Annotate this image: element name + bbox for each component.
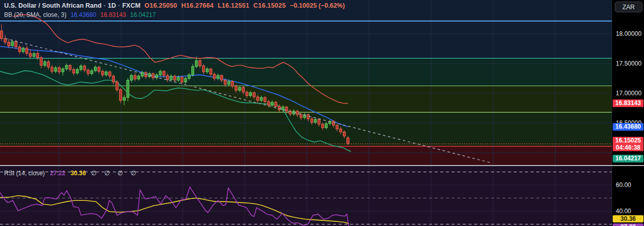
pane-separator[interactable] [0, 165, 644, 166]
candle-body [318, 119, 320, 124]
rsi-ma-line [0, 196, 349, 224]
candle-body [47, 62, 50, 67]
candle-body [195, 60, 198, 67]
candle-body [15, 42, 17, 47]
candle-body [217, 75, 220, 78]
candle-body [300, 115, 302, 118]
candle-body [228, 81, 230, 85]
candle-body [1, 31, 3, 38]
candle [4, 35, 7, 45]
candle-body [343, 132, 346, 136]
candle-body [267, 101, 270, 105]
candle-body [29, 53, 32, 56]
candle-body [202, 66, 205, 72]
candle-body [173, 76, 176, 80]
candle [11, 40, 14, 48]
candle-body [91, 71, 93, 74]
candle-body [213, 74, 216, 78]
candle-body [33, 53, 35, 56]
candle-body [249, 93, 252, 96]
main-chart-pane[interactable]: U.S. Dollar / South African Rand·1D·FXCM… [0, 0, 612, 165]
rsi-pane[interactable]: RSI (14, close)27.2230.36∅ ∅ ∅ ∅ [0, 166, 612, 226]
candle-body [206, 69, 209, 72]
price-badge: 16.04217 [613, 155, 643, 162]
price-badge: 16.83143 [613, 99, 643, 107]
candle-body [347, 138, 349, 144]
candle-body [163, 71, 165, 75]
candle-body [235, 86, 238, 90]
candle-body [40, 57, 43, 65]
candle-body [102, 71, 104, 75]
currency-toggle-button[interactable]: ZAR [615, 2, 642, 12]
candle-body [170, 76, 172, 79]
price-axis[interactable]: ZAR 18.0000017.5000017.0000016.5000060.0… [612, 0, 644, 226]
candle-body [333, 121, 335, 126]
candle-body [221, 75, 223, 80]
price-badge: 16.43680 [613, 123, 643, 131]
candle-body [83, 66, 86, 70]
candle-body [69, 66, 71, 70]
candle-body [271, 102, 274, 105]
change-value: −0.10025 (−0.62%) [290, 2, 345, 9]
candle-body [188, 75, 190, 78]
candle [33, 52, 35, 58]
rsi-tick: 40.00 [612, 208, 644, 215]
candle-body [130, 75, 133, 80]
price-zone-3 [0, 147, 612, 166]
candle-body [199, 60, 201, 66]
legend-separator: · [104, 2, 106, 9]
timeframe-label: 1D [108, 2, 116, 9]
candle-body [307, 115, 309, 119]
bb-lower-value: 16.04217 [130, 11, 156, 18]
candle-body [264, 97, 266, 101]
candle-body [105, 72, 108, 75]
candle-body [257, 97, 259, 100]
candle-body [325, 124, 328, 128]
candle-body [65, 66, 68, 69]
candle-body [22, 48, 25, 52]
main-legend: U.S. Dollar / South African Rand·1D·FXCM… [4, 1, 345, 19]
candle-body [314, 119, 317, 122]
candle-body [181, 77, 183, 82]
rsi-legend: RSI (14, close)27.2230.36∅ ∅ ∅ ∅ [4, 169, 139, 178]
candle-body [275, 102, 277, 106]
main-chart-canvas[interactable] [0, 0, 612, 165]
candle-body [242, 87, 245, 92]
candle-body [4, 38, 7, 42]
candle-body [123, 97, 126, 100]
rsi-line [0, 187, 349, 226]
symbol-title: U.S. Dollar / South African Rand [4, 2, 102, 9]
candle-body [76, 70, 79, 73]
exchange-label: FXCM [122, 2, 140, 9]
rsi-badge: 27.22 [613, 223, 643, 226]
price-tick: 17.00000 [612, 90, 644, 97]
close-value: C16.15025 [253, 2, 286, 9]
candle-body [58, 68, 61, 72]
candle-body [120, 90, 122, 100]
candle-body [18, 47, 21, 52]
rsi-legend-row: RSI (14, close)27.2230.36∅ ∅ ∅ ∅ [4, 169, 139, 178]
candle-body [310, 119, 313, 122]
candle-body [184, 78, 187, 82]
candle-body [336, 126, 339, 129]
rsi-empty-values: ∅ ∅ ∅ ∅ [91, 170, 139, 177]
candle [22, 46, 25, 53]
bb-basis-value: 16.43680 [70, 11, 96, 18]
candle-body [210, 69, 212, 74]
candle-body [296, 111, 299, 115]
candle-body [231, 81, 234, 86]
candle-body [26, 48, 28, 53]
candle-body [322, 124, 324, 128]
symbol-legend-row: U.S. Dollar / South African Rand·1D·FXCM… [4, 1, 345, 10]
candle-body [87, 70, 89, 74]
candle-body [112, 76, 115, 82]
candle-body [8, 42, 10, 46]
candle-body [177, 77, 180, 80]
candle-body [246, 92, 248, 96]
bb-upper-value: 16.83143 [100, 11, 126, 18]
candle [8, 38, 10, 48]
rsi-badge: 30.36 [613, 215, 643, 222]
legend-separator-2: · [118, 2, 120, 9]
price-badge-countdown: 16.1502504:46:38 [613, 137, 643, 151]
candle-body [44, 62, 46, 66]
